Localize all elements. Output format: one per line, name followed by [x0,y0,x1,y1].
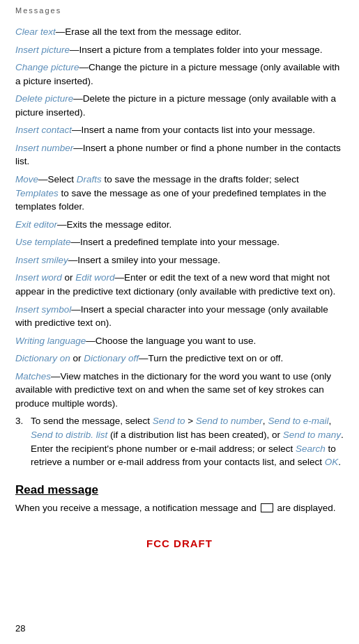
matches-link[interactable]: Matches [15,371,51,382]
list-item: Exit editor—Exits the message editor. [15,218,344,232]
send-to-number-link[interactable]: Send to number [196,416,263,426]
message-icon [261,503,273,512]
item-list: Clear text—Erase all the text from the m… [15,25,344,411]
move-desc-3: to save the message as one of your prede… [15,188,326,212]
move-desc-2: to save the message in the drafts folder… [102,174,299,184]
insert-number-link[interactable]: Insert number [15,143,73,153]
numbered-list-item: 3. To send the message, select Send to >… [15,414,344,469]
list-item: Change picture—Change the picture in a p… [15,61,344,88]
list-item: Insert number—Insert a phone number or f… [15,141,344,168]
clear-text-desc: —Erase all the text from the message edi… [56,26,241,37]
insert-symbol-link[interactable]: Insert symbol [15,304,71,315]
list-item: Matches—View matches in the dictionary f… [15,370,344,411]
list-item: Insert smiley—Insert a smiley into your … [15,253,344,267]
delete-picture-link[interactable]: Delete picture [15,93,73,104]
templates-link[interactable]: Templates [15,188,59,198]
list-item: Delete picture—Delete the picture in a p… [15,92,344,119]
send-to-link[interactable]: Send to [153,416,185,426]
insert-picture-link[interactable]: Insert picture [15,45,70,55]
page-number: 28 [15,622,25,636]
list-item: Use template—Insert a predefined templat… [15,235,344,249]
list-item: Move—Select Drafts to save the message i… [15,173,344,214]
send-to-email-link[interactable]: Send to e-mail [268,416,328,426]
item-number: 3. [15,414,26,469]
writing-language-link[interactable]: Writing language [15,336,86,346]
list-item: Writing language—Choose the language you… [15,334,344,348]
use-template-link[interactable]: Use template [15,237,71,247]
dictionary-on-link[interactable]: Dictionary on [15,353,70,363]
send-to-many-link[interactable]: Send to many [283,430,341,440]
insert-contact-desc: —Insert a name from your contacts list i… [72,125,315,135]
edit-word-link[interactable]: Edit word [75,272,114,283]
list-item: Dictionary on or Dictionary off—Turn the… [15,352,344,366]
drafts-link[interactable]: Drafts [77,174,102,184]
list-item: Insert picture—Insert a picture from a t… [15,43,344,57]
read-message-heading: Read message [15,482,344,499]
insert-smiley-link[interactable]: Insert smiley [15,255,68,265]
move-link[interactable]: Move [15,174,38,184]
page-header: Messages [15,0,344,21]
list-item: Clear text—Erase all the text from the m… [15,25,344,39]
header-title: Messages [15,6,61,15]
insert-contact-link[interactable]: Insert contact [15,125,72,135]
list-item: Insert contact—Insert a name from your c… [15,123,344,137]
use-template-desc: —Insert a predefined template into your … [71,237,280,247]
numbered-list: 3. To send the message, select Send to >… [15,414,344,469]
read-message-body: When you receive a message, a notificati… [15,501,344,515]
read-message-before: When you receive a message, a notificati… [15,503,259,513]
ok-link[interactable]: OK [325,457,339,467]
send-to-distrib-link[interactable]: Send to distrib. list [31,430,107,440]
change-picture-link[interactable]: Change picture [15,62,79,72]
or-text: or [62,272,76,283]
matches-desc: —View matches in the dictionary for the … [15,371,331,409]
exit-editor-desc: —Exits the message editor. [57,219,171,230]
insert-smiley-desc: —Insert a smiley into your message. [68,255,220,265]
list-item: Insert symbol—Insert a special character… [15,303,344,330]
search-link[interactable]: Search [296,443,326,454]
fcc-draft-label: FCC DRAFT [15,536,344,551]
dictionary-off-link[interactable]: Dictionary off [84,353,139,363]
clear-text-link[interactable]: Clear text [15,26,56,37]
or-text-2: or [70,353,84,363]
writing-language-desc: —Choose the language you want to use. [86,336,256,346]
list-item: Insert word or Edit word—Enter or edit t… [15,271,344,298]
insert-word-link[interactable]: Insert word [15,272,62,283]
move-desc-1: —Select [38,174,77,184]
send-message-text: To send the message, select Send to > Se… [31,414,344,469]
read-message-after: are displayed. [275,503,336,513]
insert-picture-desc: —Insert a picture from a templates folde… [70,45,322,55]
dictionary-desc: —Turn the predictive text on or off. [139,353,283,363]
exit-editor-link[interactable]: Exit editor [15,219,57,230]
